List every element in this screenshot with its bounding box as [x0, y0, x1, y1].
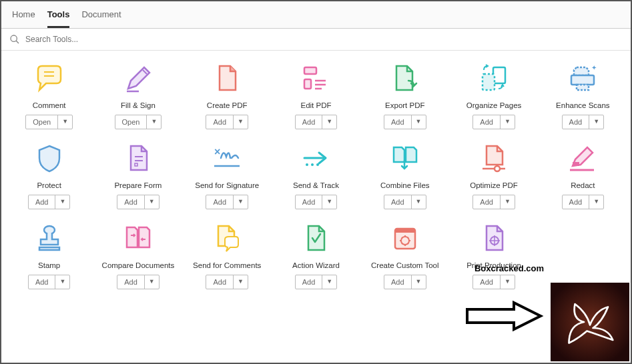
dropdown-icon[interactable]: ▼: [234, 195, 248, 209]
gear-icon: [389, 223, 421, 255]
dropdown-icon[interactable]: ▼: [145, 275, 159, 289]
tool-label: Optimize PDF: [470, 181, 518, 189]
scanner-icon: ✦: [567, 63, 599, 95]
tool-optimize-pdf: Optimize PDF Add▼: [452, 143, 535, 209]
tool-label: Compare Documents: [102, 261, 175, 269]
combine-icon: [389, 143, 421, 175]
add-button[interactable]: Add▼: [562, 115, 605, 129]
dropdown-icon[interactable]: ▼: [501, 275, 515, 289]
dropdown-icon[interactable]: ▼: [322, 115, 336, 129]
add-button[interactable]: Add▼: [295, 275, 338, 289]
svg-point-23: [311, 163, 314, 166]
dropdown-icon[interactable]: ▼: [234, 275, 248, 289]
open-button[interactable]: Open▼: [115, 115, 162, 129]
tool-enhance-scans: ✦ Enhance Scans Add▼: [542, 63, 624, 129]
tool-label: Comment: [33, 101, 66, 109]
add-button[interactable]: Add▼: [472, 115, 515, 129]
add-button[interactable]: Add▼: [206, 275, 248, 289]
acrobat-logo-icon: [551, 283, 629, 361]
tool-send-signature: × Send for Signature Add▼: [186, 143, 268, 209]
add-button[interactable]: Add▼: [28, 195, 71, 209]
optimize-icon: [478, 143, 510, 175]
search-bar: [1, 29, 631, 51]
tool-label: Prepare Form: [114, 181, 162, 189]
tool-label: Send for Comments: [193, 261, 261, 269]
tool-export-pdf: Export PDF Add▼: [364, 63, 446, 129]
tab-bar: Home Tools Document: [1, 1, 631, 29]
arrow-overlay-icon: [464, 299, 544, 333]
add-button[interactable]: Add▼: [472, 195, 515, 209]
dropdown-icon[interactable]: ▼: [147, 115, 161, 129]
add-button[interactable]: Add▼: [28, 275, 71, 289]
svg-text:✦: ✦: [591, 64, 597, 71]
dropdown-icon[interactable]: ▼: [501, 115, 515, 129]
organize-icon: [478, 63, 510, 95]
tab-home[interactable]: Home: [12, 9, 35, 28]
dropdown-icon[interactable]: ▼: [412, 115, 426, 129]
edit-icon: [300, 63, 332, 95]
add-button[interactable]: Add▼: [206, 195, 248, 209]
add-button[interactable]: Add▼: [295, 195, 338, 209]
tool-label: Protect: [37, 181, 61, 189]
svg-line-1: [16, 41, 19, 43]
tool-label: Enhance Scans: [556, 101, 610, 109]
add-button[interactable]: Add▼: [295, 115, 338, 129]
svg-point-24: [316, 163, 319, 166]
dropdown-icon[interactable]: ▼: [55, 195, 69, 209]
dropdown-icon[interactable]: ▼: [412, 195, 426, 209]
add-button[interactable]: Add▼: [206, 115, 248, 129]
tool-send-comments: Send for Comments Add▼: [186, 223, 268, 289]
tab-document[interactable]: Document: [81, 9, 121, 28]
add-button[interactable]: Add▼: [384, 275, 426, 289]
tool-create-pdf: Create PDF Add▼: [186, 63, 268, 129]
dropdown-icon[interactable]: ▼: [55, 275, 69, 289]
tool-print-production: Print Production Add▼: [452, 223, 535, 289]
tool-label: Create Custom Tool: [371, 261, 438, 269]
add-button[interactable]: Add▼: [384, 195, 426, 209]
tool-label: Export PDF: [385, 101, 424, 109]
search-icon: [9, 34, 20, 45]
dropdown-icon[interactable]: ▼: [501, 195, 515, 209]
dropdown-icon[interactable]: ▼: [58, 115, 72, 129]
comment-icon: [33, 63, 65, 95]
svg-point-26: [495, 166, 500, 171]
tool-label: Send & Track: [293, 181, 339, 189]
tool-protect: Protect Add▼: [8, 143, 90, 209]
file-icon: [211, 63, 243, 95]
tool-combine-files: Combine Files Add▼: [364, 143, 446, 209]
stamp-icon: [33, 223, 65, 255]
tool-fill-sign: Fill & Sign Open▼: [97, 63, 179, 129]
svg-rect-14: [577, 85, 589, 90]
tool-compare-documents: Compare Documents Add▼: [97, 223, 179, 289]
add-button[interactable]: Add▼: [117, 275, 160, 289]
print-icon: [478, 223, 510, 255]
arrow-right-icon: [300, 143, 332, 175]
open-button[interactable]: Open▼: [25, 115, 73, 129]
dropdown-icon[interactable]: ▼: [589, 195, 603, 209]
add-button[interactable]: Add▼: [472, 275, 515, 289]
dropdown-icon[interactable]: ▼: [234, 115, 248, 129]
svg-rect-7: [304, 79, 311, 89]
svg-text:×: ×: [214, 146, 220, 157]
svg-point-22: [306, 163, 308, 166]
svg-rect-27: [573, 162, 579, 166]
shield-icon: [33, 143, 65, 175]
tab-tools[interactable]: Tools: [47, 9, 70, 28]
add-button[interactable]: Add▼: [384, 115, 426, 129]
svg-rect-12: [483, 74, 495, 90]
svg-rect-13: [571, 75, 594, 85]
redact-icon: [567, 143, 599, 175]
add-button[interactable]: Add▼: [562, 195, 605, 209]
tool-edit-pdf: Edit PDF Add▼: [275, 63, 357, 129]
tool-label: Create PDF: [207, 101, 248, 109]
add-button[interactable]: Add▼: [117, 195, 160, 209]
dropdown-icon[interactable]: ▼: [145, 195, 159, 209]
dropdown-icon[interactable]: ▼: [322, 275, 336, 289]
dropdown-icon[interactable]: ▼: [589, 115, 603, 129]
export-icon: [389, 63, 421, 95]
tool-label: Edit PDF: [300, 101, 331, 109]
search-input[interactable]: [25, 35, 226, 44]
dropdown-icon[interactable]: ▼: [412, 275, 426, 289]
dropdown-icon[interactable]: ▼: [322, 195, 336, 209]
tool-label: Action Wizard: [292, 261, 340, 269]
